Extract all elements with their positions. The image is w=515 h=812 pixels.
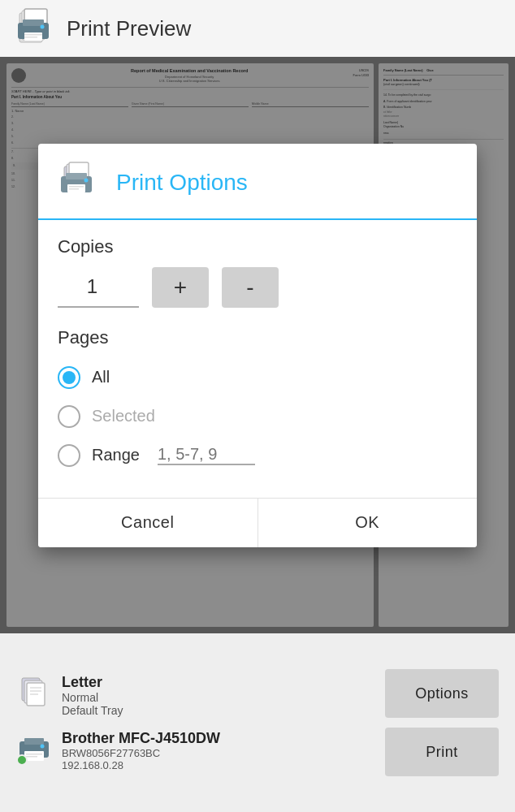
pages-section: Pages All Selected Range <box>58 327 457 475</box>
printer-row: Brother MFC-J4510DW BRW8056F27763BC 192.… <box>16 730 372 771</box>
cancel-button[interactable]: Cancel <box>38 499 258 547</box>
radio-range-label: Range <box>92 446 140 464</box>
radio-all-label: All <box>92 368 110 387</box>
ok-button[interactable]: OK <box>258 499 478 547</box>
radio-range-circle <box>58 444 80 467</box>
copies-row: + - <box>58 267 457 308</box>
svg-rect-13 <box>66 173 87 179</box>
printer-icon-wrap <box>16 730 52 766</box>
bottom-buttons: Options Print <box>385 669 499 776</box>
paper-info: Letter Normal Default Tray <box>16 674 372 717</box>
modal-header: Print Options <box>38 144 477 220</box>
increment-button[interactable]: + <box>152 267 209 308</box>
svg-point-6 <box>41 25 45 29</box>
paper-tray: Default Tray <box>62 704 123 717</box>
svg-rect-29 <box>26 756 37 758</box>
radio-all[interactable]: All <box>58 358 457 397</box>
app-header-title: Print Preview <box>67 16 191 41</box>
print-button[interactable]: Print <box>385 728 499 776</box>
paper-icon <box>19 676 50 707</box>
radio-range[interactable]: Range <box>58 436 457 475</box>
modal-body: Copies + - Pages All Sel <box>38 220 477 498</box>
copies-label: Copies <box>58 236 457 257</box>
app-header: Print Preview <box>0 0 515 57</box>
app-header-icon <box>13 8 54 49</box>
svg-point-15 <box>84 178 89 182</box>
printer-details: Brother MFC-J4510DW BRW8056F27763BC 192.… <box>62 730 220 771</box>
svg-rect-7 <box>24 34 42 36</box>
svg-rect-8 <box>24 37 37 38</box>
printer-id: BRW8056F27763BC <box>62 747 220 759</box>
radio-selected-label: Selected <box>92 407 155 425</box>
modal-title: Print Options <box>116 170 248 196</box>
pages-radio-group: All Selected Range <box>58 358 457 475</box>
print-options-modal: Print Options Copies + - Pages All <box>38 144 477 547</box>
paper-details: Letter Normal Default Tray <box>62 674 123 717</box>
svg-point-27 <box>41 745 45 749</box>
svg-rect-17 <box>69 188 79 190</box>
printer-info: Letter Normal Default Tray Brother MFC-J <box>16 674 372 771</box>
options-button[interactable]: Options <box>385 669 499 718</box>
copies-input[interactable] <box>58 267 139 308</box>
paper-name: Letter <box>62 674 123 691</box>
decrement-button[interactable]: - <box>222 267 279 308</box>
svg-rect-25 <box>24 738 44 745</box>
print-options-icon <box>58 160 103 205</box>
svg-rect-16 <box>69 186 84 188</box>
printer-name: Brother MFC-J4510DW <box>62 730 220 747</box>
modal-overlay: Print Options Copies + - Pages All <box>0 57 515 633</box>
bottom-area: Letter Normal Default Tray Brother MFC-J <box>0 633 515 812</box>
printer-ip: 192.168.0.28 <box>62 759 220 771</box>
radio-selected[interactable]: Selected <box>58 397 457 436</box>
svg-rect-28 <box>26 754 42 755</box>
modal-footer: Cancel OK <box>38 498 477 547</box>
pages-label: Pages <box>58 327 457 348</box>
svg-rect-4 <box>23 19 44 26</box>
range-input[interactable] <box>158 445 255 465</box>
radio-selected-circle <box>58 405 80 428</box>
paper-normal: Normal <box>62 691 123 704</box>
radio-all-circle <box>58 366 80 389</box>
printer-status-dot <box>16 754 28 766</box>
paper-icon-wrap <box>16 674 52 710</box>
